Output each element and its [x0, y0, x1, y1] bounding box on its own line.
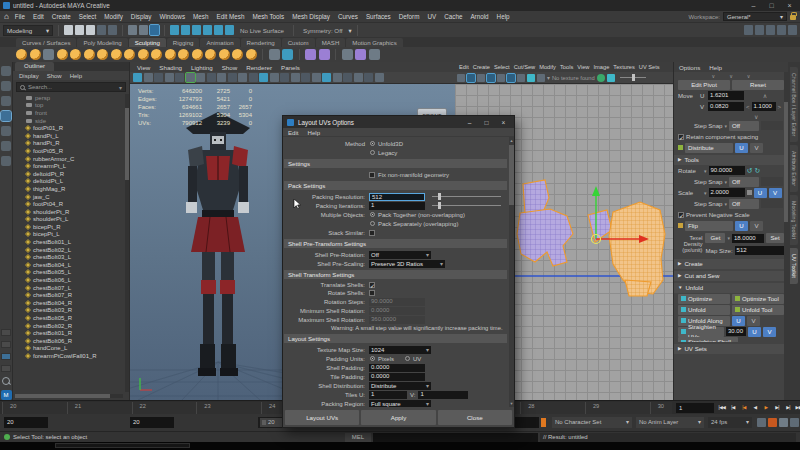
viewport-toolbar-icon[interactable]: [322, 73, 331, 82]
uv-toolkit-shelf-icon[interactable]: [319, 49, 330, 60]
viewport-toolbar-icon[interactable]: [291, 73, 300, 82]
outliner-menu-item[interactable]: Display: [19, 73, 39, 79]
packing-iterations-field[interactable]: 1: [369, 202, 425, 210]
viewport-toolbar-icon[interactable]: [249, 73, 258, 82]
unfold-tool-button[interactable]: Unfold Tool: [732, 305, 784, 315]
texture-map-size-dropdown[interactable]: 1024▾: [369, 346, 431, 354]
sculpt-brush-icon[interactable]: [16, 49, 27, 60]
dialog-minimize-button[interactable]: –: [463, 119, 476, 126]
transport-button[interactable]: |◀: [728, 403, 738, 413]
pre-transform-header[interactable]: Shell Pre-Transform Settings: [284, 239, 507, 248]
sculpt-brush-icon[interactable]: [97, 49, 108, 60]
method-unfold3d-label[interactable]: Unfold3D: [378, 141, 403, 147]
maximize-button[interactable]: □: [764, 0, 779, 11]
scale-lock-icon[interactable]: [747, 190, 752, 195]
packing-region-dropdown[interactable]: Full square▾: [369, 400, 431, 408]
scroll-up-icon[interactable]: ▲: [509, 138, 514, 143]
select-by-object-icon[interactable]: [139, 25, 148, 35]
flip-u-button[interactable]: U: [735, 221, 748, 231]
viewport-toolbar-icon[interactable]: [217, 73, 226, 82]
scale-v-button[interactable]: V: [769, 188, 782, 198]
move-u-field[interactable]: 1.6201: [708, 91, 744, 100]
uv-toolkit-menu-item[interactable]: Help: [709, 64, 722, 71]
lock-icon[interactable]: [790, 15, 796, 20]
viewport-toolbar-icon[interactable]: [144, 73, 153, 82]
translate-shells-checkbox[interactable]: [369, 282, 375, 288]
home-icon[interactable]: ⌂: [4, 11, 9, 22]
close-button[interactable]: Close: [438, 410, 512, 425]
viewport-toolbar-icon[interactable]: [375, 73, 384, 82]
outliner-node-item[interactable]: handPt_L: [13, 132, 129, 140]
viewport-menu-item[interactable]: Lighting: [191, 64, 213, 71]
uv-toolbar-icon[interactable]: [607, 74, 615, 82]
uv-toolbar-icon[interactable]: [497, 74, 505, 82]
sculpt-brush-icon[interactable]: [124, 49, 135, 60]
outliner-camera-item[interactable]: front: [13, 109, 129, 117]
minimize-button[interactable]: –: [746, 0, 761, 11]
viewport-toolbar-icon[interactable]: [154, 73, 163, 82]
select-by-component-icon[interactable]: [150, 25, 159, 35]
viewport-toolbar-icon[interactable]: [207, 73, 216, 82]
uv-toolbar-icon[interactable]: [477, 74, 485, 82]
snap-to-projected-center-icon[interactable]: [203, 25, 212, 35]
last-tool-icon[interactable]: [1, 156, 11, 166]
viewport-toolbar-icon[interactable]: [280, 73, 289, 82]
viewport-toolbar-icon[interactable]: [270, 73, 279, 82]
move-step-field[interactable]: 1.1000: [752, 102, 776, 111]
rotate-ccw-icon[interactable]: ↺: [747, 166, 753, 175]
uv-sets-section-header[interactable]: ▶UV Sets: [674, 344, 788, 354]
snap-to-point-icon[interactable]: [192, 25, 201, 35]
auto-keyframe-icon[interactable]: [768, 418, 777, 427]
menu-item[interactable]: Surfaces: [366, 13, 391, 20]
panel-tab[interactable]: UV Toolkit: [790, 248, 798, 284]
menu-set-dropdown[interactable]: Modeling▾: [3, 25, 53, 36]
transport-button[interactable]: ▶: [761, 403, 771, 413]
close-button[interactable]: ×: [782, 0, 797, 11]
viewport-menu-item[interactable]: View: [137, 64, 150, 71]
sculpt-brush-icon[interactable]: [111, 49, 122, 60]
outliner-node-item[interactable]: chestBolt06_L: [13, 276, 129, 284]
pre-rotation-dropdown[interactable]: Off▾: [369, 251, 431, 259]
outliner-node-item[interactable]: chestBolt04_L: [13, 261, 129, 269]
sculpt-brush-icon[interactable]: [70, 49, 81, 60]
stack-similar-checkbox[interactable]: [369, 230, 375, 236]
transport-button[interactable]: ▶|: [783, 403, 793, 413]
outliner-camera-item[interactable]: side: [13, 117, 129, 125]
scale-step-snap-dropdown[interactable]: Off: [729, 199, 759, 209]
packing-resolution-field[interactable]: 512: [369, 193, 425, 201]
menu-item[interactable]: File: [15, 13, 25, 20]
viewport-toolbar-icon[interactable]: [333, 73, 342, 82]
nudge-right-button[interactable]: >: [778, 103, 782, 110]
viewport-toolbar-icon[interactable]: [312, 73, 321, 82]
dialog-maximize-button[interactable]: □: [480, 119, 493, 126]
outliner-node-item[interactable]: chestBolt05_L: [13, 269, 129, 277]
outliner-tab[interactable]: Outliner: [15, 62, 54, 71]
pack-settings-header[interactable]: Pack Settings: [284, 181, 507, 190]
shelf-tab[interactable]: Curves / Surfaces: [16, 38, 76, 47]
sculpt-mesh-icon[interactable]: [43, 49, 54, 60]
layout-uvs-options-dialog[interactable]: Layout UVs Options – □ × EditHelp Method…: [282, 115, 515, 428]
animation-preferences-icon[interactable]: [790, 418, 799, 427]
shelf-tab[interactable]: MASH: [316, 38, 346, 47]
optimize-tool-button[interactable]: Optimize Tool: [732, 294, 784, 304]
dialog-menu-item[interactable]: Edit: [288, 129, 299, 136]
outliner-node-item[interactable]: handPt_R: [13, 140, 129, 148]
sculpt-brush-icon[interactable]: [138, 49, 149, 60]
sculpt-brush-icon[interactable]: [219, 49, 230, 60]
step-snap-dropdown[interactable]: Off: [729, 121, 759, 131]
apply-button[interactable]: Apply: [361, 410, 435, 425]
pixels-label[interactable]: Pixels: [378, 356, 394, 362]
method-legacy-radio[interactable]: [370, 150, 375, 155]
outliner-node-item[interactable]: footPt05_R: [13, 147, 129, 155]
rotate-angle-field[interactable]: 90.0000: [709, 166, 745, 175]
uv-editor-menu-item[interactable]: Modify: [539, 64, 556, 70]
uv-toolbar-icon[interactable]: [517, 74, 525, 82]
shelf-tab[interactable]: Rigging: [167, 38, 200, 47]
sculpt-brush-icon[interactable]: [84, 49, 95, 60]
unfold-section-header[interactable]: ▼Unfold: [674, 283, 788, 293]
dialog-scrollbar[interactable]: ▲ ▼: [509, 137, 514, 407]
dialog-menu-item[interactable]: Help: [308, 129, 321, 136]
uv-toolbar-icon[interactable]: [597, 74, 605, 82]
menu-item[interactable]: Mesh Display: [292, 13, 330, 20]
hypershade-icon[interactable]: [777, 25, 786, 35]
